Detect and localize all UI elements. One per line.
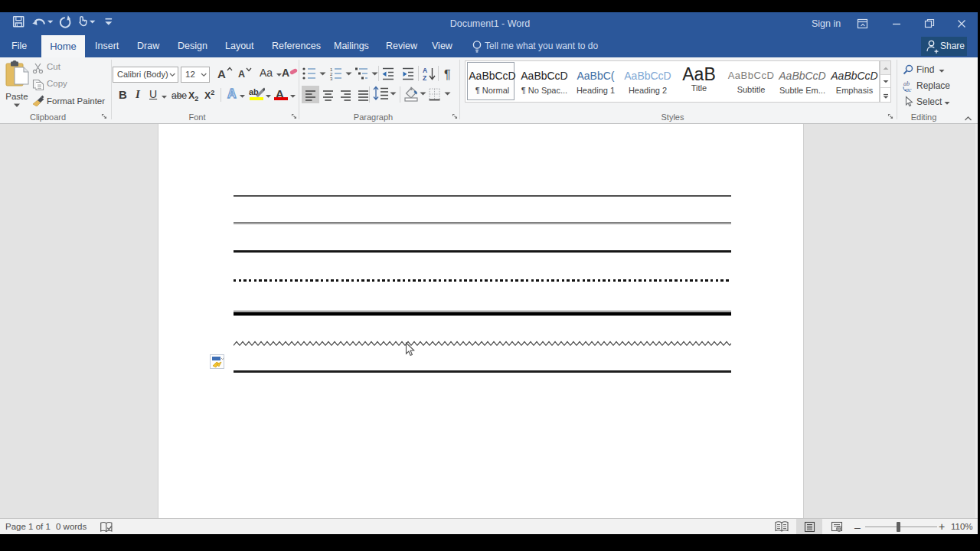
- svg-text:A: A: [423, 67, 427, 74]
- svg-text:ac: ac: [906, 86, 912, 93]
- svg-text:Z: Z: [423, 74, 426, 81]
- svg-text:¶: ¶: [444, 68, 451, 81]
- svg-text:3: 3: [330, 77, 333, 81]
